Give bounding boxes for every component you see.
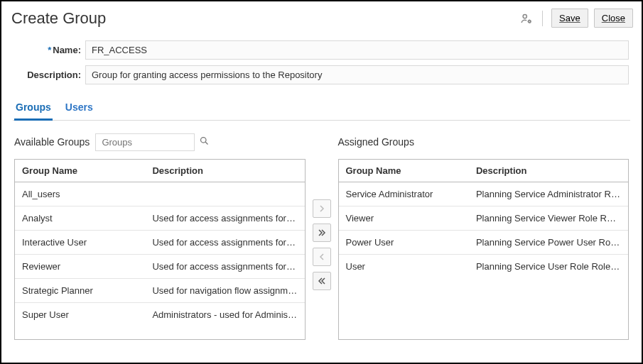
assigned-table-box: Group Name Description Service Administr… bbox=[338, 159, 630, 340]
transfer-buttons bbox=[313, 132, 331, 290]
assigned-col-desc: Description bbox=[469, 160, 628, 182]
description-row: Description: bbox=[14, 65, 629, 84]
cell-description: Planning Service User Role Role f... bbox=[469, 255, 628, 279]
table-row[interactable]: Super UserAdministrators - used for Admi… bbox=[15, 303, 305, 327]
table-row[interactable]: Interactive UserUsed for access assignme… bbox=[15, 231, 305, 255]
table-row[interactable]: AnalystUsed for access assignments for U… bbox=[15, 206, 305, 231]
available-search-input[interactable] bbox=[95, 133, 195, 151]
table-row[interactable]: Service AdministratorPlanning Service Ad… bbox=[339, 182, 629, 206]
available-table-box: Group Name Description All_usersAnalystU… bbox=[14, 159, 306, 340]
form-area: *Name: Description: bbox=[1, 31, 642, 94]
name-row: *Name: bbox=[14, 40, 629, 60]
search-wrap bbox=[95, 133, 210, 151]
assigned-title: Assigned Groups bbox=[338, 136, 414, 148]
cell-group-name: All_users bbox=[15, 182, 145, 206]
header-actions: Save Close bbox=[519, 9, 633, 28]
assigned-panel: Assigned Groups Group Name Description S… bbox=[338, 132, 630, 340]
table-row[interactable]: ReviewerUsed for access assignments for … bbox=[15, 255, 305, 279]
table-row[interactable]: Strategic PlannerUsed for navigation flo… bbox=[15, 279, 305, 303]
header-divider bbox=[542, 11, 543, 26]
dual-list-container: Available Groups Group Name Description bbox=[1, 121, 642, 351]
move-right-button[interactable] bbox=[313, 199, 331, 218]
cell-group-name: Reviewer bbox=[15, 255, 145, 279]
cell-group-name: Service Administrator bbox=[339, 182, 469, 206]
assigned-table: Group Name Description Service Administr… bbox=[339, 160, 629, 278]
tab-bar: Groups Users bbox=[13, 97, 630, 121]
cell-description: Administrators - used for Administr... bbox=[145, 303, 304, 327]
available-title: Available Groups bbox=[14, 136, 90, 148]
cell-description: Used for navigation flow assignmen... bbox=[145, 279, 304, 303]
name-label: *Name: bbox=[14, 45, 85, 55]
assigned-col-name: Group Name bbox=[339, 160, 469, 182]
required-indicator: * bbox=[48, 45, 51, 55]
dialog-header: Create Group Save Close bbox=[1, 1, 642, 31]
svg-line-3 bbox=[205, 142, 207, 144]
cell-group-name: Power User bbox=[339, 231, 469, 255]
tab-users[interactable]: Users bbox=[64, 97, 94, 121]
available-header: Available Groups bbox=[14, 132, 306, 152]
cell-description: Planning Service Power User Role R... bbox=[469, 231, 628, 255]
assigned-header: Assigned Groups bbox=[338, 132, 630, 152]
cell-description bbox=[145, 182, 304, 206]
svg-point-0 bbox=[523, 14, 526, 18]
cell-description: Used for access assignments for Users bbox=[145, 206, 304, 231]
cell-description: Used for access assignments for Po... bbox=[145, 231, 304, 255]
cell-group-name: Super User bbox=[15, 303, 145, 327]
search-icon[interactable] bbox=[199, 136, 210, 148]
close-button[interactable]: Close bbox=[594, 9, 633, 28]
description-input[interactable] bbox=[85, 65, 629, 84]
cell-description: Used for access assignments for Vie... bbox=[145, 255, 304, 279]
available-col-name: Group Name bbox=[15, 160, 145, 182]
table-row[interactable]: ViewerPlanning Service Viewer Role Role … bbox=[339, 206, 629, 231]
available-col-desc: Description bbox=[145, 160, 304, 182]
move-all-left-button[interactable] bbox=[313, 272, 331, 290]
cell-description: Planning Service Viewer Role Role fo... bbox=[469, 206, 628, 231]
available-panel: Available Groups Group Name Description bbox=[14, 132, 306, 340]
tab-groups[interactable]: Groups bbox=[14, 97, 53, 121]
move-all-right-button[interactable] bbox=[313, 224, 331, 242]
cell-group-name: Strategic Planner bbox=[15, 279, 145, 303]
move-left-button[interactable] bbox=[313, 248, 331, 266]
available-table: Group Name Description All_usersAnalystU… bbox=[15, 160, 305, 326]
description-label: Description: bbox=[14, 70, 85, 80]
save-button[interactable]: Save bbox=[551, 9, 588, 28]
cell-group-name: Interactive User bbox=[15, 231, 145, 255]
cell-group-name: Viewer bbox=[339, 206, 469, 231]
cell-group-name: Analyst bbox=[15, 206, 145, 231]
name-input[interactable] bbox=[85, 40, 629, 60]
page-title: Create Group bbox=[11, 9, 106, 28]
cell-group-name: User bbox=[339, 255, 469, 279]
user-gear-icon[interactable] bbox=[519, 11, 534, 26]
svg-point-2 bbox=[201, 138, 207, 143]
cell-description: Planning Service Administrator Role... bbox=[469, 182, 628, 206]
table-row[interactable]: UserPlanning Service User Role Role f... bbox=[339, 255, 629, 279]
table-row[interactable]: Power UserPlanning Service Power User Ro… bbox=[339, 231, 629, 255]
table-row[interactable]: All_users bbox=[15, 182, 305, 206]
